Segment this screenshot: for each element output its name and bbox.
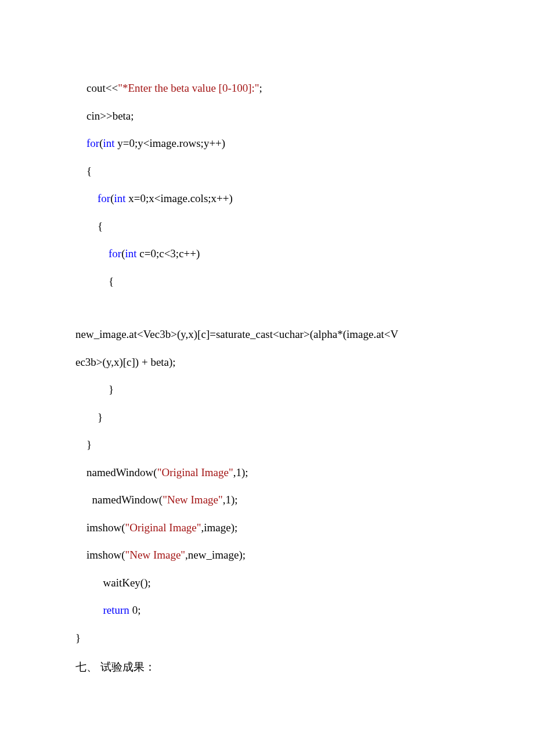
code-line: for(int c=0;c<3;c++) <box>75 240 459 268</box>
code-line: } <box>75 376 459 404</box>
code-line: } <box>75 404 459 431</box>
code-line: } <box>75 624 459 652</box>
keyword: return <box>103 604 129 616</box>
code-text: namedWindow( <box>75 494 163 506</box>
string-literal: "*Enter the beta value [0-100]:" <box>118 82 259 94</box>
code-text: ; <box>259 82 262 94</box>
code-line: return 0; <box>75 596 459 624</box>
code-text: cout<< <box>75 82 118 94</box>
blank-space <box>75 295 459 321</box>
code-line: cin>>beta; <box>75 102 459 130</box>
code-line: waitKey(); <box>75 569 459 597</box>
string-literal: "New Image" <box>125 549 186 561</box>
code-text <box>75 137 86 149</box>
code-line: imshow("New Image",new_image); <box>75 541 459 569</box>
code-line: { <box>75 268 459 296</box>
document-page: cout<<"*Enter the beta value [0-100]:"; … <box>0 0 534 714</box>
code-text <box>75 192 98 204</box>
keyword: for <box>98 192 110 204</box>
keyword: for <box>109 247 121 260</box>
code-text: y=0;y<image.rows;y++) <box>115 137 226 149</box>
code-text: ,new_image); <box>185 549 246 561</box>
code-text: x=0;x<image.cols;x++) <box>126 192 233 204</box>
code-text <box>75 247 109 260</box>
keyword: int <box>103 137 114 149</box>
string-literal: "New Image" <box>163 494 223 506</box>
keyword: for <box>86 137 99 149</box>
keyword: int <box>125 247 136 260</box>
string-literal: "Original Image" <box>125 521 201 534</box>
code-line: { <box>75 157 459 185</box>
code-line: } <box>75 431 459 459</box>
code-line: ec3b>(y,x)[c]) + beta); <box>75 348 459 376</box>
code-line: for(int x=0;x<image.cols;x++) <box>75 185 459 213</box>
code-text: ,1); <box>233 466 248 478</box>
code-line: new_image.at<Vec3b>(y,x)[c]=saturate_cas… <box>75 321 459 348</box>
string-literal: "Original Image" <box>157 466 233 478</box>
code-text <box>75 604 103 616</box>
code-line: { <box>75 213 459 240</box>
code-text: imshow( <box>75 521 125 534</box>
code-text: imshow( <box>75 549 125 561</box>
code-text: namedWindow( <box>75 466 157 478</box>
code-text: ,1); <box>223 494 238 506</box>
code-line: namedWindow("Original Image",1); <box>75 459 459 487</box>
code-line: cout<<"*Enter the beta value [0-100]:"; <box>75 74 459 102</box>
code-text: 0; <box>129 604 141 616</box>
section-heading: 七、 试验成果： <box>75 655 459 679</box>
code-text: ,image); <box>201 521 238 534</box>
code-text: c=0;c<3;c++) <box>137 247 200 260</box>
keyword: int <box>114 192 125 204</box>
code-line: for(int y=0;y<image.rows;y++) <box>75 129 459 157</box>
code-line: namedWindow("New Image",1); <box>75 486 459 514</box>
code-line: imshow("Original Image",image); <box>75 514 459 542</box>
